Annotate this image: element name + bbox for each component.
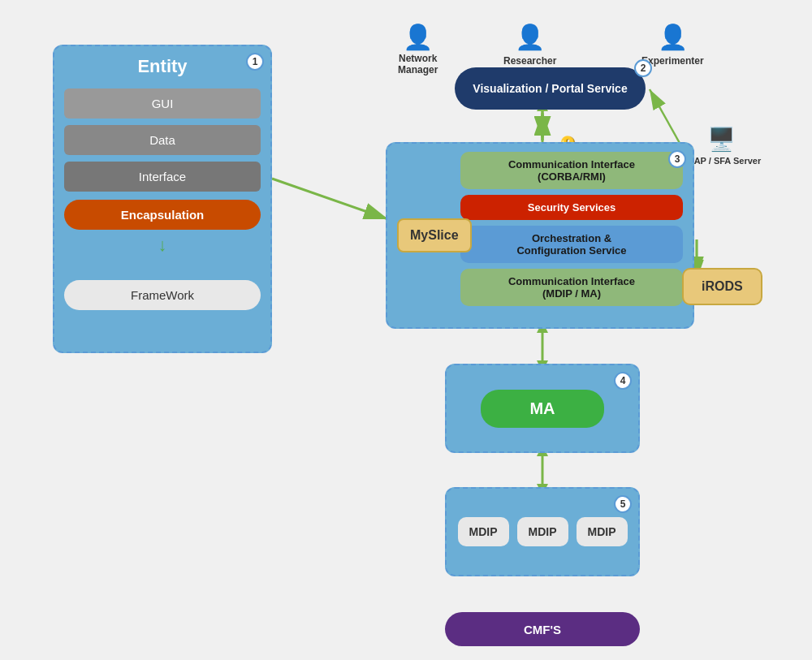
entity-framework: FrameWork [64,280,261,310]
myslice-label-container: MySlice [397,218,472,252]
ma-label: MA [481,390,603,428]
myslice-badge: 3 [668,150,686,168]
network-manager-label: NetworkManager [398,53,438,75]
researcher: 👤 Researcher [503,23,556,67]
cmfs-bar: CMF'S [445,612,640,646]
portal-badge: 2 [634,59,652,77]
ma-badge: 4 [614,372,632,390]
comm-interface-top: Communication Interface(CORBA/RMI) [460,152,683,189]
svg-line-9 [650,89,680,145]
mdip-badge: 5 [614,495,632,513]
mdip-outer: 5 MDIP MDIP MDIP [445,487,640,576]
researcher-label: Researcher [503,55,556,67]
ma-outer: 4 MA [445,364,640,453]
myslice-outer: 3 MySlice Communication Interface(CORBA/… [386,142,694,329]
portal-bar: 2 Visualization / Portal Service [455,67,646,110]
mdip-item-1: MDIP [458,517,509,546]
entity-layer-data: Data [64,125,261,155]
mdip-item-2: MDIP [517,517,568,546]
entity-encapsulation: Encapsulation [64,200,261,230]
portal-label: Visualization / Portal Service [473,82,627,95]
orchestration-service: Orchestration &Configuration Service [460,226,683,263]
network-manager: 👤 NetworkManager [398,23,438,75]
experimenter-icon: 👤 [641,23,704,51]
diagram-container: 1 Entity GUI Data Interface Encapsulatio… [0,0,812,660]
network-manager-icon: 👤 [398,23,438,51]
security-services: Security Services [460,195,683,220]
researcher-icon: 👤 [503,23,556,51]
entity-badge: 1 [246,53,264,71]
entity-layer-gui: GUI [64,88,261,119]
entity-title: Entity [64,56,261,77]
entity-box: 1 Entity GUI Data Interface Encapsulatio… [53,45,272,353]
svg-line-3 [272,179,388,219]
encapsulation-arrow: ↓ [64,235,261,256]
comm-interface-bottom: Communication Interface(MDIP / MA) [460,269,683,306]
myslice-label: MySlice [397,218,472,252]
experimenter: 👤 Experimenter [641,23,704,67]
irods-box: iRODS [682,268,762,305]
mdip-item-3: MDIP [577,517,628,546]
entity-layer-interface: Interface [64,162,261,192]
